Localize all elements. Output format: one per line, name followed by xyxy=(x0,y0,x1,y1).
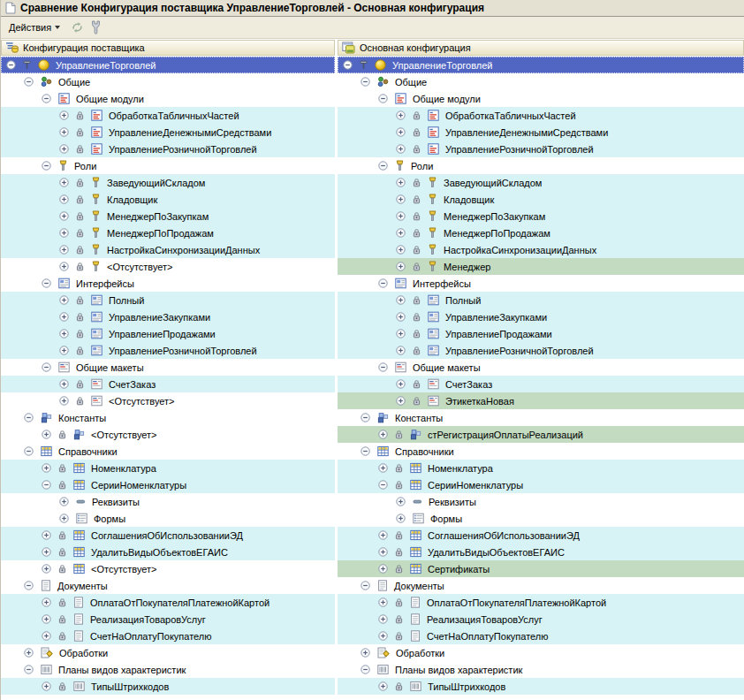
tree-row[interactable]: СчетЗаказ xyxy=(1,376,335,392)
tree-row[interactable]: УдалитьВидыОбъектовЕГАИС xyxy=(338,544,744,560)
tree-row[interactable]: Интерфейсы xyxy=(1,275,335,292)
tree-row[interactable]: РеализацияТоваровУслуг xyxy=(338,611,744,628)
toggle-minus-icon[interactable] xyxy=(378,161,388,171)
tree-row[interactable]: СерииНоменклатуры xyxy=(338,476,744,493)
toggle-plus-icon[interactable] xyxy=(59,110,69,120)
tree-row[interactable]: МенеджерПоЗакупкам xyxy=(338,208,744,224)
toggle-minus-icon[interactable] xyxy=(42,362,51,372)
toggle-plus-icon[interactable] xyxy=(378,681,388,691)
toggle-plus-icon[interactable] xyxy=(378,597,388,607)
toggle-minus-icon[interactable] xyxy=(378,362,388,372)
tree-row[interactable]: Интерфейсы xyxy=(338,275,744,292)
tree-row[interactable]: Справочники xyxy=(1,443,335,460)
toggle-plus-icon[interactable] xyxy=(396,396,406,406)
tree-row[interactable]: УправлениеРозничнойТорговлей xyxy=(1,141,335,157)
tree-row[interactable]: Общие xyxy=(1,73,335,90)
tree-row[interactable]: Полный xyxy=(338,292,744,308)
toggle-plus-icon[interactable] xyxy=(42,597,51,607)
toggle-plus-icon[interactable] xyxy=(59,262,69,271)
tree-row[interactable]: НастройкаСинхронизацииДанных xyxy=(338,241,744,258)
toggle-plus-icon[interactable] xyxy=(396,127,406,137)
tree-row[interactable]: ОплатаОтПокупателяПлатежнойКартой xyxy=(338,594,744,611)
toggle-plus-icon[interactable] xyxy=(24,648,34,658)
toggle-plus-icon[interactable] xyxy=(396,312,406,322)
tree-row[interactable]: УправлениеТорговлей xyxy=(1,57,335,73)
tree-row[interactable]: Общие модули xyxy=(338,90,744,107)
tree-row[interactable]: Формы xyxy=(338,510,744,527)
toggle-plus-icon[interactable] xyxy=(396,295,406,305)
toggle-plus-icon[interactable] xyxy=(59,194,69,204)
tree-row[interactable]: СчетЗаказ xyxy=(338,376,744,392)
toggle-plus-icon[interactable] xyxy=(396,228,406,238)
tree-row[interactable]: УправлениеЗакупками xyxy=(1,308,335,325)
tree-row[interactable]: Кладовщик xyxy=(338,191,744,208)
toggle-minus-icon[interactable] xyxy=(361,413,370,422)
tree-row[interactable]: <Отсутствует> xyxy=(1,560,335,577)
tree-row[interactable]: СчетНаОплатуПокупателю xyxy=(338,628,744,644)
tree-row[interactable]: СчетНаОплатуПокупателю xyxy=(1,628,335,644)
tree-row[interactable]: УправлениеРозничнойТорговлей xyxy=(1,342,335,359)
toggle-minus-icon[interactable] xyxy=(24,446,34,456)
toggle-minus-icon[interactable] xyxy=(361,446,370,456)
tree-row[interactable]: ЗаведующийСкладом xyxy=(1,174,335,191)
tree-row[interactable]: ОплатаОтПокупателяПлатежнойКартой xyxy=(1,594,335,611)
tree-row[interactable]: УправлениеЗакупками xyxy=(338,308,744,325)
toggle-plus-icon[interactable] xyxy=(42,530,51,540)
toggle-plus-icon[interactable] xyxy=(59,245,69,255)
toggle-plus-icon[interactable] xyxy=(59,329,69,339)
tree-row[interactable]: Реквизиты xyxy=(1,493,335,510)
toggle-minus-icon[interactable] xyxy=(361,77,370,87)
tree-row[interactable]: РеализацияТоваровУслуг xyxy=(1,611,335,628)
refresh-icon[interactable] xyxy=(71,21,84,34)
tree-row[interactable]: Справочники xyxy=(338,443,744,460)
tree-row[interactable]: СерииНоменклатуры xyxy=(1,476,335,493)
tree-row[interactable]: Номенклатура xyxy=(338,460,744,476)
tree-row[interactable]: УдалитьВидыОбъектовЕГАИС xyxy=(1,544,335,560)
toggle-plus-icon[interactable] xyxy=(59,346,69,355)
toggle-minus-icon[interactable] xyxy=(42,94,51,103)
tree-row[interactable]: ТипыШтрихкодов xyxy=(338,678,744,695)
toggle-plus-icon[interactable] xyxy=(396,194,406,204)
tree-row[interactable]: МенеджерПоЗакупкам xyxy=(1,208,335,224)
tree-row[interactable]: ЗаведующийСкладом xyxy=(338,174,744,191)
tree-row[interactable]: Роли xyxy=(1,157,335,174)
customize-icon[interactable] xyxy=(90,20,102,34)
toggle-minus-icon[interactable] xyxy=(378,94,388,103)
toggle-plus-icon[interactable] xyxy=(42,564,51,574)
toggle-minus-icon[interactable] xyxy=(378,480,388,490)
tree-row[interactable]: УправлениеДенежнымиСредствами xyxy=(338,124,744,141)
tree-row[interactable]: стРегистрацияОплатыРеализаций xyxy=(338,426,744,443)
toggle-plus-icon[interactable] xyxy=(59,144,69,154)
toggle-plus-icon[interactable] xyxy=(378,564,388,574)
toggle-plus-icon[interactable] xyxy=(59,178,69,187)
tree-row[interactable]: Документы xyxy=(338,577,744,594)
toggle-minus-icon[interactable] xyxy=(24,77,34,87)
toggle-minus-icon[interactable] xyxy=(42,278,51,288)
toggle-plus-icon[interactable] xyxy=(42,463,51,473)
toggle-plus-icon[interactable] xyxy=(361,648,370,658)
tree-row[interactable]: Кладовщик xyxy=(1,191,335,208)
toggle-minus-icon[interactable] xyxy=(24,413,34,422)
toggle-plus-icon[interactable] xyxy=(42,614,51,624)
toggle-plus-icon[interactable] xyxy=(396,178,406,187)
tree-row[interactable]: УправлениеПродажами xyxy=(338,325,744,342)
tree-row[interactable]: Менеджер xyxy=(338,258,744,275)
toggle-plus-icon[interactable] xyxy=(396,211,406,221)
toggle-plus-icon[interactable] xyxy=(42,547,51,557)
toggle-minus-icon[interactable] xyxy=(343,60,353,70)
toggle-plus-icon[interactable] xyxy=(59,497,69,506)
toggle-minus-icon[interactable] xyxy=(361,581,370,590)
tree-row[interactable]: Константы xyxy=(338,409,744,426)
tree-row[interactable]: МенеджерПоПродажам xyxy=(338,224,744,241)
toggle-plus-icon[interactable] xyxy=(59,312,69,322)
toggle-plus-icon[interactable] xyxy=(378,530,388,540)
toggle-minus-icon[interactable] xyxy=(42,161,51,171)
toggle-plus-icon[interactable] xyxy=(396,245,406,255)
toggle-plus-icon[interactable] xyxy=(42,430,51,439)
tree-row[interactable]: ТипыШтрихкодов xyxy=(1,678,335,695)
tree-row[interactable]: Общие модули xyxy=(1,90,335,107)
toggle-minus-icon[interactable] xyxy=(24,665,34,674)
toggle-plus-icon[interactable] xyxy=(59,514,69,523)
toggle-plus-icon[interactable] xyxy=(378,614,388,624)
tree-row[interactable]: Обработки xyxy=(1,644,335,661)
